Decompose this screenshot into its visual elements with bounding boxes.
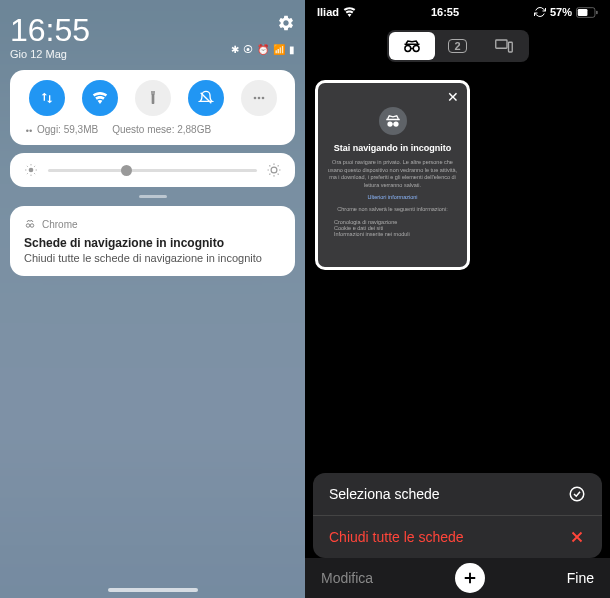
devices-segment[interactable] [481,32,527,60]
data-usage-stats[interactable]: Oggi: 59,3MB Questo mese: 2,88GB [20,124,285,135]
quick-settings-panel: Oggi: 59,3MB Questo mese: 2,88GB [10,70,295,145]
edit-button[interactable]: Modifica [321,570,373,586]
battery-label: 57% [550,6,572,18]
incognito-icon [24,218,36,230]
refresh-icon [534,6,546,18]
svg-rect-10 [578,8,588,15]
tab-switcher-segment: 2 [305,24,610,72]
ios-status-bar: Iliad 16:55 57% [305,0,610,24]
svg-point-16 [387,121,392,126]
done-button[interactable]: Fine [567,570,594,586]
svg-rect-15 [508,42,512,52]
incognito-large-icon [379,107,407,135]
panel-drag-handle[interactable] [139,195,167,198]
svg-point-6 [271,167,277,173]
select-tabs-item[interactable]: Seleziona schede [313,473,602,516]
learn-more-link: Ulteriori informazioni [367,194,417,200]
svg-point-7 [26,224,30,228]
status-bar: 16:55 Gio 12 Mag ✱⦿⏰📶▮ [10,14,295,60]
svg-point-2 [261,97,264,100]
brightness-slider-panel[interactable] [10,153,295,187]
ios-clock: 16:55 [431,6,459,18]
close-icon [568,528,586,546]
brightness-track[interactable] [48,169,257,172]
regular-tabs-segment[interactable]: 2 [435,32,481,60]
brightness-low-icon [24,163,38,177]
close-all-tabs-item[interactable]: Chiudi tutte le schede [313,516,602,558]
incognito-description: Ora puoi navigare in privato. Le altre p… [326,159,459,190]
svg-rect-11 [596,10,597,14]
svg-point-3 [26,129,29,132]
chrome-notification[interactable]: Chrome Schede di navigazione in incognit… [10,206,295,276]
incognito-small-icon [24,125,34,135]
incognito-tab-thumbnail[interactable]: ✕ Stai navigando in incognito Ora puoi n… [315,80,470,270]
mobile-data-toggle[interactable] [29,80,65,116]
svg-point-18 [570,487,584,501]
new-tab-button[interactable] [455,563,485,593]
status-icons: ✱⦿⏰📶▮ [231,44,295,55]
svg-rect-14 [495,40,506,48]
svg-point-17 [393,121,398,126]
android-screen: 16:55 Gio 12 Mag ✱⦿⏰📶▮ [0,0,305,598]
incognito-bullets: Cronologia di navigazione Cookie e dati … [326,219,410,237]
svg-point-12 [404,46,410,52]
brightness-high-icon [267,163,281,177]
svg-point-1 [257,97,260,100]
dnd-toggle[interactable] [188,80,224,116]
notification-app-name: Chrome [42,219,78,230]
notification-title: Schede di navigazione in incognito [24,236,281,250]
svg-point-0 [253,97,256,100]
flashlight-toggle[interactable] [135,80,171,116]
wifi-toggle[interactable] [82,80,118,116]
incognito-heading: Stai navigando in incognito [334,143,452,153]
clock: 16:55 [10,14,90,46]
notification-body: Chiudi tutte le schede di navigazione in… [24,252,281,264]
incognito-subheading: Chrome non salverà le seguenti informazi… [337,206,447,214]
context-menu: Seleziona schede Chiudi tutte le schede [313,473,602,558]
incognito-tab-segment[interactable] [389,32,435,60]
home-indicator[interactable] [108,588,198,592]
battery-icon [576,7,598,18]
svg-point-4 [29,129,32,132]
carrier-label: Iliad [317,6,339,18]
date: Gio 12 Mag [10,48,90,60]
bottom-toolbar: Modifica Fine [305,558,610,598]
close-tab-button[interactable]: ✕ [445,89,461,105]
svg-point-8 [30,224,34,228]
checkmark-circle-icon [568,485,586,503]
svg-point-5 [29,168,34,173]
extra-toggle[interactable] [241,80,277,116]
wifi-icon [343,7,356,17]
svg-point-13 [413,46,419,52]
settings-icon[interactable] [277,14,295,32]
ios-screen: Iliad 16:55 57% 2 ✕ Stai navigando in [305,0,610,598]
